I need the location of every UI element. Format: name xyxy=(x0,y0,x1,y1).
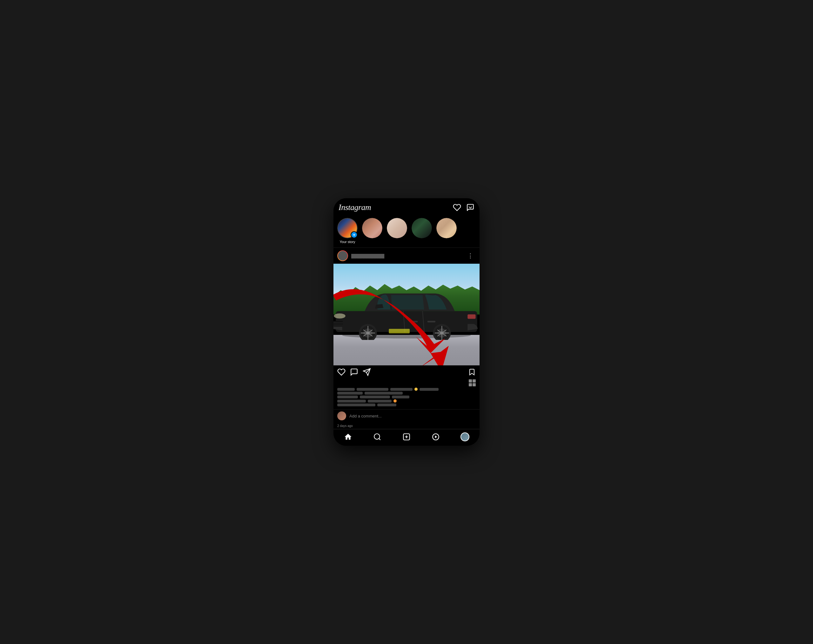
phone-container: Instagram xyxy=(334,198,479,446)
current-user-avatar xyxy=(337,411,346,420)
post-timestamp: 2 days ago xyxy=(334,424,479,428)
nav-create[interactable] xyxy=(398,433,415,441)
nav-search[interactable] xyxy=(369,433,385,441)
post-image[interactable] xyxy=(334,264,479,365)
header-actions xyxy=(453,203,475,212)
story-item-4[interactable]: ​​​​​​ xyxy=(436,218,457,244)
like-button[interactable] xyxy=(337,368,346,376)
comment-button[interactable] xyxy=(350,368,358,376)
post-menu-button[interactable]: ⋮ xyxy=(465,251,476,261)
post-actions xyxy=(334,365,479,379)
post-user-info: ████████████ xyxy=(337,250,384,261)
svg-rect-28 xyxy=(389,329,410,333)
action-icons-left xyxy=(337,368,371,376)
your-story-item[interactable]: + Your story xyxy=(337,218,358,244)
bottom-navigation xyxy=(334,429,479,446)
story-item-3[interactable]: ​​​​​​​​ xyxy=(412,218,432,244)
post-username: ████████████ xyxy=(351,253,384,258)
your-story-label: Your story xyxy=(340,240,355,244)
comment-row-4 xyxy=(337,399,476,403)
svg-point-10 xyxy=(334,313,345,318)
svg-point-32 xyxy=(374,434,380,439)
comment-row-5 xyxy=(337,403,476,406)
comment-row-1 xyxy=(337,388,476,391)
share-button[interactable] xyxy=(363,368,371,376)
bookmark-button[interactable] xyxy=(468,368,476,376)
svg-rect-4 xyxy=(410,320,418,322)
post-avatar[interactable] xyxy=(337,250,348,261)
profile-avatar xyxy=(461,432,469,441)
messenger-button[interactable] xyxy=(466,203,475,212)
nav-home[interactable] xyxy=(340,433,356,441)
add-comment-row: Add a comment... xyxy=(334,409,479,423)
svg-rect-5 xyxy=(427,320,435,322)
nav-reels[interactable] xyxy=(428,433,444,441)
stories-bar: + Your story ​​​​​​​​ ​​​​​​​ xyxy=(334,215,479,247)
app-logo: Instagram xyxy=(338,203,371,212)
add-comment-input[interactable]: Add a comment... xyxy=(349,414,382,419)
svg-rect-11 xyxy=(467,314,475,319)
add-story-badge: + xyxy=(351,231,358,238)
app-header: Instagram xyxy=(334,198,479,215)
svg-marker-38 xyxy=(435,435,437,439)
story-item-1[interactable]: ​​​​​​​​ xyxy=(362,218,382,244)
post-header: ████████████ ⋮ xyxy=(334,247,479,264)
story-item-2[interactable]: ​​​​​​​ xyxy=(387,218,407,244)
comment-row-3 xyxy=(337,396,476,399)
nav-profile[interactable] xyxy=(457,432,473,441)
comment-row-2 xyxy=(337,392,476,395)
grid-view-icon xyxy=(469,379,476,386)
comments-area xyxy=(334,379,479,409)
svg-line-33 xyxy=(379,439,380,440)
notifications-button[interactable] xyxy=(453,203,461,212)
